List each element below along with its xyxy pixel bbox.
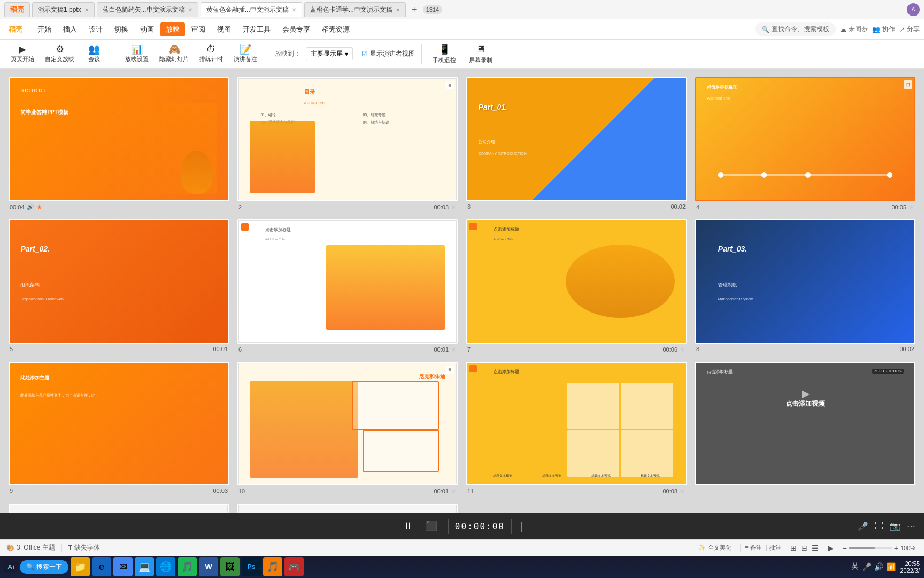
slide-thumb-8[interactable]: Part_03. 管理制度 Management System xyxy=(695,219,915,344)
tab-2-close[interactable]: ✕ xyxy=(188,7,192,13)
menu-membership[interactable]: 会员专享 xyxy=(277,22,315,36)
slide-thumb-5[interactable]: Part_02. 组织架构 Organizational Framework xyxy=(9,219,229,344)
add-tab-button[interactable]: + xyxy=(408,3,421,16)
custom-slideshow-btn[interactable]: ⚙ 自定义放映 xyxy=(41,42,79,65)
taskbar-app-edge[interactable]: 🌐 xyxy=(156,557,175,576)
menu-resources[interactable]: 稻壳资源 xyxy=(317,22,355,36)
taskbar-app-filemanager[interactable]: 📁 xyxy=(71,557,90,576)
tab-4-close[interactable]: ✕ xyxy=(396,7,400,13)
zoom-minus-btn[interactable]: − xyxy=(843,544,847,552)
start-from-beginning-btn[interactable]: ▶ 页页开始 xyxy=(6,42,38,65)
pause-button[interactable]: ⏸ xyxy=(401,519,415,534)
tab-3[interactable]: 黄蓝色金融插...中文演示文稿 ✕ xyxy=(201,2,302,17)
taskbar-app-browser[interactable]: e xyxy=(92,557,111,576)
slide-4-star[interactable]: ★ xyxy=(908,203,914,211)
slide-11-star[interactable]: ★ xyxy=(680,488,686,495)
taskbar-app-music[interactable]: 🎵 xyxy=(178,557,197,576)
normal-view-btn[interactable]: ⊞ xyxy=(790,544,797,552)
theme-status: 🎨 3_Office 主题 xyxy=(6,543,55,552)
menu-start[interactable]: 开始 xyxy=(32,22,57,36)
slide-7-star[interactable]: ★ xyxy=(680,346,686,353)
zoom-value: 100% xyxy=(900,545,918,551)
search-bar[interactable]: 🔍 查找命令、搜索模板 xyxy=(755,22,836,36)
taskbar-volume[interactable]: 🔊 xyxy=(874,562,883,571)
phone-remote-btn[interactable]: 📱 手机遥控 xyxy=(428,41,460,66)
slide-thumb-14[interactable] xyxy=(237,504,458,513)
taskbar-app-game[interactable]: 🎮 xyxy=(284,557,304,576)
slide-thumb-11[interactable]: 点击添加标题 标题文本预览 标题文本预览 标题文本预览 标题文本预览 xyxy=(466,362,687,486)
taskbar-mic[interactable]: 🎤 xyxy=(862,562,871,571)
menu-view[interactable]: 视图 xyxy=(212,22,236,36)
slide-2-title: 目录 xyxy=(304,88,315,96)
tab-1-close[interactable]: ✕ xyxy=(84,7,89,13)
slide-thumb-3[interactable]: Part_01. 公司介绍 COMPANY INTRODUCTION xyxy=(466,77,687,201)
taskbar-search[interactable]: 🔍 搜索一下 xyxy=(20,560,68,574)
outline-view-btn[interactable]: ☰ xyxy=(812,544,819,552)
slide-5-en: Organizational Framework xyxy=(20,297,64,301)
presenter-view-check[interactable]: ☑ 显示演讲者视图 xyxy=(361,49,415,58)
notes-btn[interactable]: ≡ 备注 xyxy=(745,544,761,552)
slide-10-star[interactable]: ★ xyxy=(451,488,457,495)
menu-design[interactable]: 设计 xyxy=(83,22,108,36)
tab-4[interactable]: 蓝橙色卡通学...中文演示文稿 ✕ xyxy=(304,2,406,17)
slide-4-corner-btn[interactable]: ⊡ xyxy=(904,80,912,89)
slide-10-time: 00:01 xyxy=(434,488,449,495)
taskbar-app-email[interactable]: ✉ xyxy=(113,557,133,576)
taskbar-app-music2[interactable]: 🎵 xyxy=(263,557,282,576)
taskbar-app-photo[interactable]: 🖼 xyxy=(220,557,240,576)
slideshow-settings-btn[interactable]: 📊 放映设置 xyxy=(121,42,153,65)
zoom-plus-btn[interactable]: + xyxy=(894,544,898,552)
slide-thumb-6[interactable]: 点击添加标题 Add Your Title xyxy=(237,219,458,344)
slide-6-star[interactable]: ★ xyxy=(451,346,457,353)
slide-thumb-10[interactable]: ⊕ 尼克和朱迪 xyxy=(237,362,458,486)
share-btn[interactable]: ↗ 分享 xyxy=(899,25,920,34)
rehearse-timing-btn[interactable]: ⏱ 排练计时 xyxy=(195,42,227,65)
taskbar-app-ps[interactable]: Ps xyxy=(242,557,261,576)
zoom-slider[interactable] xyxy=(849,547,892,549)
slide-thumb-1[interactable]: SCHOOL 简毕业答辩PPT模板 xyxy=(9,77,229,201)
menu-review[interactable]: 审阅 xyxy=(186,22,211,36)
font-status[interactable]: T 缺失字体 xyxy=(68,543,100,552)
taskbar-lang[interactable]: 英 xyxy=(851,562,859,572)
play-current-btn[interactable]: ▶ xyxy=(828,544,834,552)
stop-button[interactable]: ⬛ xyxy=(424,518,440,534)
tab-2[interactable]: 蓝白色简约矢...中文演示文稿 ✕ xyxy=(97,2,198,17)
display-selector[interactable]: 主要显示屏 ▾ xyxy=(306,47,353,60)
slide-thumb-12[interactable]: 点击添加标题 ZOOTROPOLIS 点击添加视频 ▶ xyxy=(695,362,915,486)
menu-transition[interactable]: 切换 xyxy=(109,22,134,36)
conference-btn[interactable]: 👥 会议 xyxy=(81,42,107,65)
slide-2-corner-btn[interactable]: ⊕ xyxy=(445,81,454,89)
ai-badge[interactable]: Ai xyxy=(4,562,18,572)
hide-slide-btn[interactable]: 🙈 隐藏幻灯片 xyxy=(155,42,193,65)
slide-thumb-7[interactable]: 点击添加标题 Add Your Title xyxy=(466,219,687,344)
tab-app[interactable]: 稻壳 xyxy=(4,2,30,17)
menu-devtools[interactable]: 开发工具 xyxy=(237,22,276,36)
menu-animation[interactable]: 动画 xyxy=(135,22,159,36)
mic-icon[interactable]: 🎤 xyxy=(858,521,868,531)
beautify-btn[interactable]: ✨ 全文美化 xyxy=(694,543,736,553)
menu-slideshow[interactable]: 放映 xyxy=(160,22,185,36)
review-btn[interactable]: | 批注 xyxy=(766,544,781,552)
slide-thumb-13[interactable] xyxy=(9,504,229,513)
tab-1[interactable]: 演示文稿1.pptx ✕ xyxy=(32,2,95,17)
slide-10-corner-btn[interactable]: ⊕ xyxy=(445,366,454,374)
sync-status[interactable]: ☁ 未同步 xyxy=(840,25,868,34)
taskbar-network[interactable]: 📶 xyxy=(887,562,896,571)
menu-insert[interactable]: 插入 xyxy=(58,22,82,36)
slide-thumb-2[interactable]: 目录 /CONTENT 01、绪论02、现状研究与分析 03、研究背景04、总结… xyxy=(237,77,458,201)
taskbar-app-word[interactable]: W xyxy=(199,557,218,576)
taskbar-app-system[interactable]: 💻 xyxy=(135,557,154,576)
collaborate-btn[interactable]: 👥 协作 xyxy=(872,25,895,34)
more-icon[interactable]: ⋯ xyxy=(907,521,915,531)
slide-1-star[interactable]: ★ xyxy=(36,203,42,211)
grid-view-btn[interactable]: ⊟ xyxy=(801,544,807,552)
slide-2-star[interactable]: ★ xyxy=(451,203,457,211)
slide-thumb-4[interactable]: 点击添加标题在 Add Your Title ⊡ xyxy=(695,77,915,201)
screen-record-btn[interactable]: 🖥 屏幕录制 xyxy=(465,42,497,66)
slide-thumb-9[interactable]: 此处添加主题 此处添加主题介绍性文字，为了演讲方便，此... xyxy=(9,362,229,486)
camera-icon[interactable]: 📷 xyxy=(890,521,900,531)
fullscreen-icon[interactable]: ⛶ xyxy=(875,521,883,531)
presentation-notes-btn[interactable]: 📝 演讲备注 xyxy=(229,42,261,65)
user-avatar[interactable]: A xyxy=(907,3,920,16)
tab-3-close[interactable]: ✕ xyxy=(292,7,296,13)
